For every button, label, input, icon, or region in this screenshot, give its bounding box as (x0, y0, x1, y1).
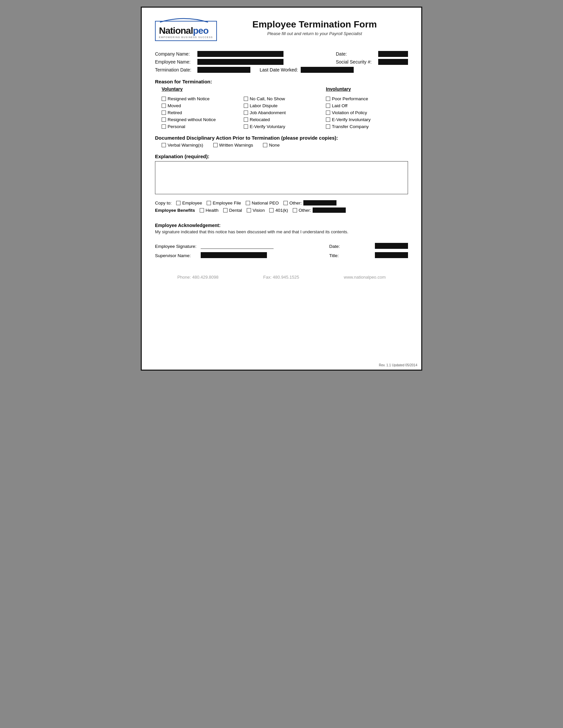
checkbox-national-peo-box[interactable] (246, 201, 250, 205)
checkbox-resigned-notice-box[interactable] (162, 97, 166, 101)
checkbox-401k-box[interactable] (269, 208, 273, 212)
copy-row: Copy to: Employee Employee File National… (155, 200, 408, 205)
checkbox-job-abandonment: Job Abandonment (244, 110, 326, 115)
benefits-label: Employee Benefits (155, 208, 195, 213)
checkbox-violation-policy-box[interactable] (326, 111, 330, 115)
checkbox-none-label: None (269, 143, 279, 148)
termination-date-row: Termination Date: Last Date Worked: (155, 67, 408, 73)
checkbox-employee-label: Employee (182, 201, 202, 205)
copy-to-label: Copy to: (155, 201, 171, 205)
voluntary-header: Voluntary (162, 86, 244, 92)
checkbox-employee-file-box[interactable] (207, 201, 211, 205)
sig-date-input[interactable] (375, 243, 408, 249)
supervisor-row: Supervisor Name: Title: (155, 252, 408, 258)
employee-sig-line (201, 243, 273, 249)
checkbox-other-copy-box[interactable] (284, 201, 288, 205)
checkbox-labor-dispute-box[interactable] (244, 104, 248, 108)
title-area: Employee Termination Form Please fill ou… (221, 18, 408, 36)
checkbox-labor-dispute: Labor Dispute (244, 103, 326, 108)
checkbox-everify-involuntary-box[interactable] (326, 117, 330, 122)
company-name-row: Company Name: Date: (155, 51, 408, 57)
checkbox-verbal-warning: Verbal Warning(s) (162, 143, 203, 148)
rev-note: Rev. 1.1 Updated 05/2014 (379, 363, 417, 367)
disciplinary-checkboxes: Verbal Warning(s) Written Warnings None (162, 143, 408, 148)
checkbox-poor-performance-box[interactable] (326, 97, 330, 101)
checkbox-everify-voluntary: E-Verify Voluntary (244, 124, 326, 129)
signature-section: Employee Signature: Date: Supervisor Nam… (155, 243, 408, 258)
checkbox-resigned-no-notice-label: Resigned without Notice (167, 117, 216, 122)
last-date-label: Last Date Worked: (259, 67, 298, 72)
checkbox-401k: 401(k) (269, 208, 288, 213)
footer-phone: Phone: 480.429.8098 (177, 275, 218, 280)
fields-section: Company Name: Date: Employee Name: Socia… (155, 51, 408, 73)
checkbox-written-warnings-box[interactable] (213, 143, 217, 147)
checkbox-benefits-other-box[interactable] (293, 208, 297, 212)
checkbox-health: Health (200, 208, 218, 213)
checkbox-retired-box[interactable] (162, 111, 166, 115)
supervisor-input[interactable] (201, 252, 267, 258)
checkbox-moved-box[interactable] (162, 104, 166, 108)
checkbox-no-call-label: No Call, No Show (250, 96, 285, 101)
checkbox-other-copy-label: Other: (290, 201, 302, 205)
checkbox-national-peo: National PEO (246, 201, 279, 205)
date-input[interactable] (378, 51, 408, 57)
checkbox-everify-involuntary-label: E-Verify Involuntary (332, 117, 371, 122)
checkbox-resigned-no-notice: Resigned without Notice (162, 117, 244, 122)
title-input[interactable] (375, 252, 408, 258)
checkbox-dental-box[interactable] (223, 208, 227, 212)
checkbox-verbal-warning-box[interactable] (162, 143, 166, 147)
checkbox-transfer-company-label: Transfer Company (332, 124, 369, 129)
checkbox-national-peo-label: National PEO (252, 201, 279, 205)
checkbox-job-abandonment-box[interactable] (244, 111, 248, 115)
checkbox-resigned-notice: Resigned with Notice (162, 96, 244, 101)
termination-date-input[interactable] (197, 67, 250, 73)
checkbox-vision-box[interactable] (247, 208, 251, 212)
last-date-input[interactable] (301, 67, 354, 73)
checkbox-laid-off-box[interactable] (326, 104, 330, 108)
footer-website: www.nationalpeo.com (344, 275, 386, 280)
footer: Phone: 480.429.8098 Fax: 480.945.1525 ww… (155, 271, 408, 280)
reason-title: Reason for Termination: (155, 79, 408, 84)
checkbox-relocated-label: Relocated (250, 117, 270, 122)
explanation-section: Explanation (required): (155, 154, 408, 194)
checkbox-transfer-company-box[interactable] (326, 124, 330, 129)
checkbox-health-box[interactable] (200, 208, 204, 212)
checkbox-retired-label: Retired (167, 110, 182, 115)
ssn-input[interactable] (378, 59, 408, 65)
checkbox-job-abandonment-label: Job Abandonment (250, 110, 286, 115)
checkbox-dental-label: Dental (229, 208, 242, 213)
checkbox-poor-performance: Poor Performance (326, 96, 408, 101)
logo-wrapper: Nationalpeo Empowering Business Success (155, 18, 217, 41)
benefits-other-input[interactable] (313, 207, 346, 213)
checkbox-employee-box[interactable] (176, 201, 180, 205)
checkbox-401k-label: 401(k) (275, 208, 288, 213)
date-label: Date: (336, 51, 376, 57)
copy-other-input[interactable] (304, 200, 337, 205)
checkbox-personal-box[interactable] (162, 124, 166, 129)
checkbox-employee-file: Employee File (207, 201, 241, 205)
checkbox-moved-label: Moved (167, 103, 181, 108)
checkbox-labor-dispute-label: Labor Dispute (250, 103, 277, 108)
checkbox-no-call: No Call, No Show (244, 96, 326, 101)
explanation-box[interactable] (155, 161, 408, 194)
header: Nationalpeo Empowering Business Success … (155, 18, 408, 41)
checkbox-relocated-box[interactable] (244, 117, 248, 122)
company-name-input[interactable] (197, 51, 284, 57)
employee-name-input[interactable] (197, 59, 284, 65)
involuntary-header: Involuntary (326, 86, 408, 92)
checkbox-resigned-no-notice-box[interactable] (162, 117, 166, 122)
checkbox-other-copy: Other: (284, 200, 337, 205)
checkbox-poor-performance-label: Poor Performance (332, 96, 368, 101)
form-subtitle: Please fill out and return to your Payro… (221, 31, 408, 36)
checkbox-health-label: Health (206, 208, 218, 213)
checkbox-retired: Retired (162, 110, 244, 115)
checkbox-vision-label: Vision (253, 208, 265, 213)
checkbox-benefits-other-label: Other: (299, 208, 311, 213)
checkbox-employee: Employee (176, 201, 202, 205)
logo-box: Nationalpeo Empowering Business Success (155, 21, 217, 41)
checkbox-no-call-box[interactable] (244, 97, 248, 101)
checkbox-everify-voluntary-box[interactable] (244, 124, 248, 129)
checkbox-none-box[interactable] (263, 143, 267, 147)
checkbox-everify-involuntary: E-Verify Involuntary (326, 117, 408, 122)
copy-section: Copy to: Employee Employee File National… (155, 200, 408, 213)
